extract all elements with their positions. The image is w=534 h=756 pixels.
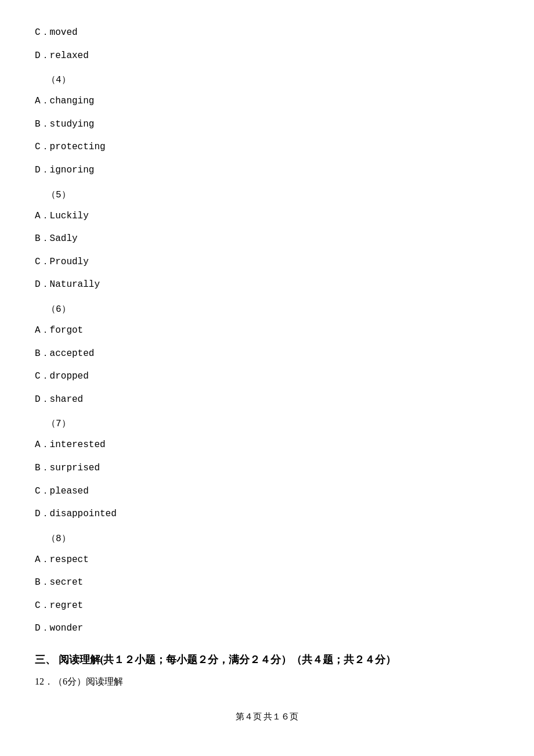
option-5d: D．Naturally: [35, 278, 499, 293]
section-3-header: 三、 阅读理解(共１２小题；每小题２分，满分２４分）（共４题；共２４分）: [35, 653, 499, 667]
question-8-label: （8）: [46, 532, 499, 545]
option-6b: B．accepted: [35, 347, 499, 362]
option-8b: B．secret: [35, 575, 499, 591]
option-6c: C．dropped: [35, 369, 499, 384]
option-6a: A．forgot: [35, 323, 499, 339]
question-7-label: （7）: [46, 417, 499, 430]
option-7c: C．pleased: [35, 484, 499, 499]
option-4d: D．ignoring: [35, 163, 499, 178]
option-8c: C．regret: [35, 599, 499, 614]
question-4-label: （4）: [46, 74, 499, 86]
option-6d: D．shared: [35, 393, 499, 408]
main-content: C．moved D．relaxed （4） A．changing B．study…: [35, 26, 499, 688]
question-5-label: （5）: [46, 189, 499, 201]
page-footer: 第４页 共１６页: [35, 711, 499, 722]
option-4b: B．studying: [35, 117, 499, 132]
option-8d: D．wonder: [35, 621, 499, 636]
option-5b: B．Sadly: [35, 232, 499, 247]
question-12: 12．（6分）阅读理解: [35, 676, 499, 688]
option-d-relaxed: D．relaxed: [35, 49, 499, 64]
option-7a: A．interested: [35, 438, 499, 453]
question-6-label: （6）: [46, 303, 499, 315]
option-5c: C．Proudly: [35, 255, 499, 270]
option-4c: C．protecting: [35, 140, 499, 155]
option-4a: A．changing: [35, 94, 499, 109]
option-8a: A．respect: [35, 553, 499, 568]
option-7b: B．surprised: [35, 461, 499, 476]
option-7d: D．disappointed: [35, 507, 499, 522]
option-5a: A．Luckily: [35, 209, 499, 224]
option-c-moved: C．moved: [35, 26, 499, 41]
